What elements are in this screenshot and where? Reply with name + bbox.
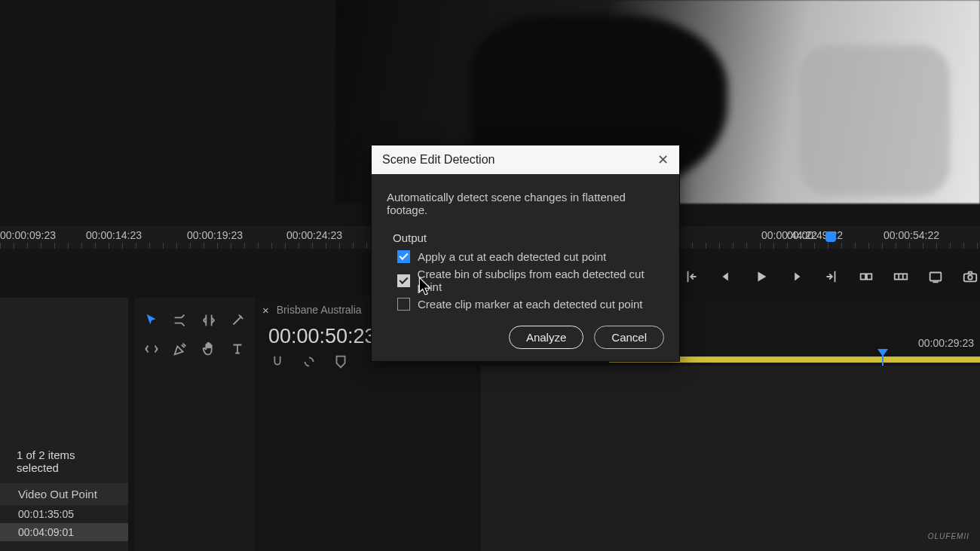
option-clip-marker[interactable]: Create clip marker at each detected cut … xyxy=(397,298,664,311)
project-panel: 1 of 2 items selected Video Out Point 00… xyxy=(0,298,128,551)
column-header-video-out[interactable]: Video Out Point xyxy=(0,483,128,505)
watermark: OLUFEMII xyxy=(928,532,969,540)
hand-tool-icon[interactable] xyxy=(199,338,219,360)
selection-tool-icon[interactable] xyxy=(142,310,161,331)
checkbox-clip-marker[interactable] xyxy=(397,298,410,311)
ruler-tc: 00:00:19:23 xyxy=(187,229,243,241)
linked-selection-icon[interactable] xyxy=(300,353,318,371)
ruler-tc: 00:00:09:23 xyxy=(0,229,56,241)
sequence-tab[interactable]: Brisbane Australia xyxy=(277,304,362,316)
dialog-titlebar[interactable]: Scene Edit Detection ✕ xyxy=(372,145,679,174)
type-tool-icon[interactable] xyxy=(228,338,247,360)
slip-tool-icon[interactable] xyxy=(142,338,161,360)
output-label: Output xyxy=(393,231,664,244)
ripple-edit-icon[interactable] xyxy=(199,310,219,331)
pen-tool-icon[interactable] xyxy=(170,338,190,360)
scene-edit-detection-dialog: Scene Edit Detection ✕ Automatically det… xyxy=(371,145,680,362)
analyze-button[interactable]: Analyze xyxy=(509,326,583,349)
ruler-tc: 00:00:54:22 xyxy=(884,229,939,241)
tool-palette xyxy=(134,298,255,551)
play-icon[interactable] xyxy=(752,266,771,287)
option-label: Create bin of subclips from each detecte… xyxy=(418,268,664,293)
table-row[interactable]: 00:01:35:05 xyxy=(0,505,128,523)
razor-tool-icon[interactable] xyxy=(228,310,247,331)
track-area[interactable] xyxy=(481,366,980,551)
transport-controls xyxy=(682,264,980,289)
selection-status: 1 of 2 items selected xyxy=(0,298,128,480)
snap-icon[interactable] xyxy=(268,353,286,371)
ruler-tc: 00:00:14:23 xyxy=(86,229,142,241)
svg-rect-1 xyxy=(867,274,871,279)
table-row[interactable]: 00:04:09:01 xyxy=(0,523,128,541)
dialog-title: Scene Edit Detection xyxy=(382,153,495,167)
mark-out-icon[interactable] xyxy=(821,266,841,287)
option-label: Create clip marker at each detected cut … xyxy=(418,298,643,311)
dialog-description: Automatically detect scene changes in fl… xyxy=(387,191,664,216)
camera-icon[interactable] xyxy=(960,266,980,287)
option-label: Apply a cut at each detected cut point xyxy=(418,250,606,263)
close-icon[interactable]: ✕ xyxy=(657,152,669,168)
option-create-bin[interactable]: Create bin of subclips from each detecte… xyxy=(397,268,664,293)
ruler-tc: 00:00:24:23 xyxy=(286,229,342,241)
program-playhead[interactable] xyxy=(825,231,836,242)
checkbox-apply-cut[interactable] xyxy=(397,250,410,263)
overwrite-icon[interactable] xyxy=(891,266,911,287)
mark-in-icon[interactable] xyxy=(682,266,702,287)
cancel-button[interactable]: Cancel xyxy=(594,326,664,349)
ruler-tc: 00:00:29:23 xyxy=(918,337,974,349)
svg-rect-2 xyxy=(894,274,907,279)
option-apply-cut[interactable]: Apply a cut at each detected cut point xyxy=(397,250,664,263)
insert-icon[interactable] xyxy=(856,266,876,287)
marker-icon[interactable] xyxy=(332,353,350,371)
video-frame-bg xyxy=(799,45,950,196)
svg-point-5 xyxy=(968,275,972,280)
step-forward-icon[interactable] xyxy=(786,266,806,287)
step-back-icon[interactable] xyxy=(717,266,737,287)
checkbox-create-bin[interactable] xyxy=(397,274,410,287)
svg-rect-0 xyxy=(860,274,865,279)
svg-rect-3 xyxy=(929,273,941,281)
close-tab-icon[interactable]: × xyxy=(262,304,269,317)
track-select-icon[interactable] xyxy=(170,310,190,331)
export-frame-icon[interactable] xyxy=(926,266,945,287)
